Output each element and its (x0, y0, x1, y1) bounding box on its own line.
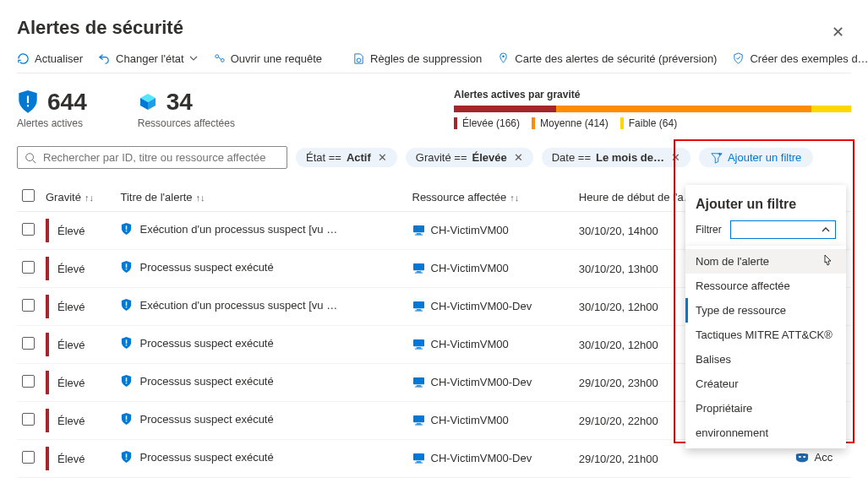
resource-name: CH-VictimVM00-Dev (431, 376, 532, 388)
svg-rect-5 (27, 105, 29, 106)
alert-title: Processus suspect exécuté (139, 337, 273, 350)
svg-rect-45 (416, 423, 421, 424)
add-filter-button[interactable]: Ajouter un filtre (699, 148, 813, 167)
svg-rect-42 (126, 415, 128, 420)
alerts-map-label: Carte des alertes de sécurité (préversio… (515, 52, 717, 65)
svg-rect-51 (413, 453, 424, 459)
svg-point-0 (215, 54, 218, 57)
severity-value: Élevé (57, 301, 85, 313)
filter-pill-state[interactable]: État == Actif ✕ (296, 148, 397, 167)
create-samples-button[interactable]: Créer des exemples d… (732, 52, 868, 65)
svg-rect-10 (416, 233, 421, 234)
filter-option-owner[interactable]: Propriétaire (685, 396, 846, 421)
refresh-button[interactable]: Actualiser (17, 52, 83, 65)
row-checkbox[interactable] (22, 375, 35, 388)
svg-rect-15 (126, 269, 128, 270)
stat-active-alerts: 644 Alertes actives (17, 89, 87, 129)
filter-option-mitre[interactable]: Tactiques MITRE ATT&CK® (685, 323, 846, 347)
severity-value: Élevé (57, 415, 85, 427)
cursor-icon (821, 254, 834, 269)
start-time: 29/10/20, 21h00 (579, 453, 658, 465)
alerts-map-button[interactable]: Carte des alertes de sécurité (préversio… (497, 52, 717, 65)
start-time: 30/10/20, 12h00 (579, 339, 658, 351)
svg-rect-16 (413, 263, 424, 269)
svg-rect-50 (126, 459, 128, 460)
alert-title: Exécution d'un processus suspect [vu … (139, 223, 337, 236)
filter-option-environment[interactable]: environnement (685, 421, 846, 445)
stat-resources: 34 Ressources affectées (138, 89, 235, 129)
chevron-up-icon (822, 225, 830, 234)
severity-title: Alertes actives par gravité (454, 89, 851, 100)
svg-point-54 (799, 456, 801, 458)
cube-icon (138, 92, 158, 112)
svg-rect-39 (414, 386, 422, 387)
svg-rect-37 (413, 377, 424, 383)
severity-bar-medium (556, 106, 811, 112)
row-checkbox[interactable] (22, 413, 35, 426)
filter-option-alert-name[interactable]: Nom de l'alerte (685, 249, 846, 274)
change-state-button[interactable]: Changer l'état (98, 52, 198, 65)
col-title[interactable]: Titre de l'alerte↑↓ (115, 182, 407, 212)
svg-rect-14 (126, 263, 128, 268)
resource-name: CH-VictimVM00 (431, 224, 509, 236)
refresh-icon (17, 52, 30, 65)
create-samples-label: Créer des exemples d… (750, 52, 868, 65)
svg-rect-38 (416, 385, 421, 386)
stat-active-label: Alertes actives (17, 117, 87, 129)
stat-active-count: 644 (47, 89, 87, 116)
svg-rect-28 (126, 339, 128, 344)
page-title: Alertes de sécurité (17, 17, 183, 39)
filter-option-tags[interactable]: Balises (685, 347, 846, 372)
severity-value: Élevé (57, 263, 85, 275)
svg-rect-43 (126, 421, 128, 422)
filter-option-affected-resource[interactable]: Ressource affectée (685, 274, 846, 298)
refresh-label: Actualiser (35, 52, 83, 65)
filter-select[interactable] (730, 220, 836, 239)
row-checkbox[interactable] (22, 299, 35, 312)
alert-title: Exécution d'un processus suspect [vu … (139, 299, 337, 312)
stat-resources-label: Ressources affectées (138, 117, 235, 129)
search-field[interactable] (41, 150, 280, 165)
col-severity[interactable]: Gravité↑↓ (41, 182, 115, 212)
row-checkbox[interactable] (22, 337, 35, 350)
start-time: 30/10/20, 12h00 (579, 301, 658, 313)
row-checkbox[interactable] (22, 451, 35, 464)
legend-high: Élevée (166) (454, 117, 520, 129)
filter-option-resource-type[interactable]: Type de ressource (685, 298, 846, 323)
svg-rect-46 (414, 424, 422, 425)
svg-rect-7 (126, 225, 128, 230)
resource-name: CH-VictimVM00 (431, 338, 509, 350)
svg-rect-24 (416, 309, 421, 310)
filter-pill-date[interactable]: Date == Le mois de… ✕ (542, 148, 691, 167)
severity-bar (454, 106, 851, 112)
filter-option-creator[interactable]: Créateur (685, 372, 846, 396)
remove-filter-icon[interactable]: ✕ (671, 151, 680, 164)
resource-name: CH-VictimVM00 (431, 262, 509, 274)
remove-filter-icon[interactable]: ✕ (514, 151, 523, 164)
search-input[interactable] (17, 146, 287, 169)
svg-point-3 (503, 55, 505, 57)
svg-rect-44 (413, 415, 424, 421)
filter-pill-severity[interactable]: Gravité == Élevée ✕ (406, 148, 533, 167)
resource-name: CH-VictimVM00-Dev (431, 300, 532, 312)
svg-rect-36 (126, 383, 128, 384)
svg-point-6 (26, 153, 34, 160)
remove-filter-icon[interactable]: ✕ (378, 151, 387, 164)
resource-name: CH-VictimVM00 (431, 414, 509, 426)
filter-panel-title: Ajouter un filtre (696, 197, 836, 212)
start-time: 30/10/20, 14h00 (579, 225, 658, 237)
severity-value: Élevé (57, 339, 85, 351)
select-all-checkbox[interactable] (22, 189, 35, 202)
close-icon[interactable]: ✕ (825, 19, 851, 45)
svg-rect-49 (126, 453, 128, 458)
suppression-rules-button[interactable]: Règles de suppression (352, 52, 482, 65)
map-pin-icon (497, 52, 510, 65)
svg-rect-23 (413, 301, 424, 307)
row-checkbox[interactable] (22, 261, 35, 274)
open-query-button[interactable]: Ouvrir une requête (213, 52, 322, 65)
legend-low: Faible (64) (620, 117, 677, 129)
alert-title: Processus suspect exécuté (139, 375, 273, 388)
col-resource[interactable]: Ressource affectée↑↓ (407, 182, 574, 212)
svg-rect-35 (126, 377, 128, 382)
row-checkbox[interactable] (22, 223, 35, 236)
